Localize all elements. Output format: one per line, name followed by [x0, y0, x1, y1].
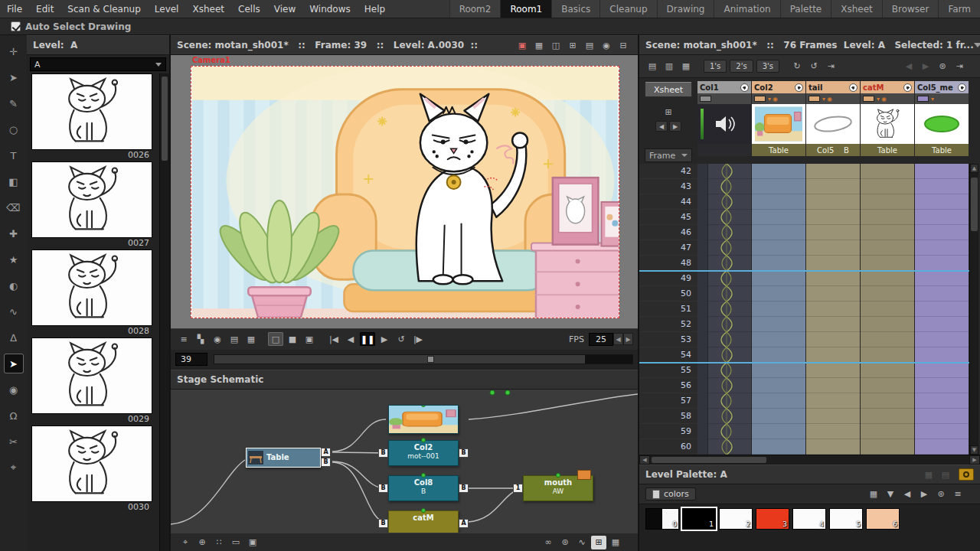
schematic-node-catm[interactable]: catM B A	[388, 510, 459, 533]
column-header-catm[interactable]: catM ▾◉ Table	[861, 81, 914, 162]
output-port-a[interactable]: A	[321, 448, 331, 457]
view-toggle-button[interactable]: ▣	[302, 332, 317, 346]
view-toggle-button[interactable]: □	[268, 332, 283, 346]
playback-button[interactable]: ❚❚	[360, 332, 375, 346]
camera-frame[interactable]	[191, 66, 619, 318]
column-filter-chip[interactable]	[700, 96, 711, 102]
drawing-thumbnail[interactable]	[31, 425, 152, 502]
input-port[interactable]: B	[378, 484, 388, 493]
auto-select-drawing-checkbox[interactable]	[11, 21, 21, 31]
tool-button[interactable]: ★	[4, 249, 24, 269]
room-tab[interactable]: Room1	[500, 0, 551, 18]
frame-number-cell[interactable]: 53	[639, 332, 697, 347]
palette-toolbar-icon[interactable]: ⊛	[933, 487, 949, 501]
room-tab[interactable]: Farm	[938, 0, 980, 18]
menu-item[interactable]: File	[0, 0, 29, 18]
viewer-canvas[interactable]	[191, 67, 619, 318]
tool-button[interactable]: ✎	[4, 93, 24, 113]
column-visibility-toggle[interactable]	[903, 83, 912, 92]
xsheet-body[interactable]: 42434445464748495051525354555657585960 ▲	[639, 164, 980, 455]
room-tab[interactable]: Palette	[780, 0, 831, 18]
xsheet-toolbar-icon[interactable]: ▥	[662, 60, 677, 73]
viewer-toolbar-icon[interactable]: ▦	[243, 332, 259, 346]
column-header-col2[interactable]: Col2 ▾◉ Table	[752, 81, 805, 162]
menu-item[interactable]: Edit	[29, 0, 60, 18]
schematic-toolbar-icon[interactable]: ∿	[574, 536, 590, 549]
frame-number-cell[interactable]: 45	[639, 210, 697, 225]
color-swatch[interactable]: 3	[756, 508, 789, 530]
room-tab[interactable]: Room2	[449, 0, 501, 18]
frame-number-cell[interactable]: 48	[639, 256, 697, 271]
tool-button[interactable]: ⌖	[4, 458, 24, 478]
input-port[interactable]: 1	[513, 484, 523, 493]
tool-button[interactable]: T	[4, 145, 24, 165]
schematic-toolbar-icon[interactable]: ⊕	[194, 536, 210, 549]
xsheet-vertical-scrollbar[interactable]: ▲ ▼	[969, 164, 978, 455]
palette-header[interactable]: Level Palette: A ▦▤	[639, 465, 980, 484]
schematic-toolbar-icon[interactable]: ⊛	[557, 536, 573, 549]
frame-number-cell[interactable]: 60	[639, 439, 697, 455]
menu-item[interactable]: Level	[148, 0, 186, 18]
scrollbar-handle[interactable]	[652, 457, 766, 463]
column-cells-col1[interactable]	[697, 164, 751, 455]
xsheet-horizontal-scrollbar[interactable]: ◀ ▶	[639, 455, 980, 465]
frame-number-cell[interactable]: 47	[639, 240, 697, 256]
tool-button[interactable]: ➤	[4, 67, 24, 87]
room-tab[interactable]: Animation	[714, 0, 779, 18]
palette-toolbar-icon[interactable]: ▼	[883, 487, 898, 501]
palette-toolbar-icon[interactable]: ▦	[866, 487, 881, 501]
viewer-header[interactable]: Scene: motan_sh001* :: Frame: 39 :: Leve…	[171, 35, 638, 55]
column-filter-chip[interactable]	[808, 96, 820, 102]
collapse-icon[interactable]	[974, 43, 980, 47]
palette-toolbar-icon[interactable]: ≡	[950, 487, 965, 501]
drawing-thumbnail[interactable]	[31, 161, 152, 238]
room-tab[interactable]: Xsheet	[831, 0, 882, 18]
xsheet-toolbar-icon[interactable]: ◀	[901, 60, 916, 73]
palette-header-icon[interactable]: ▦	[921, 468, 936, 481]
stage-schematic-canvas[interactable]: Table A B B B Col2 mot--001 B B	[171, 390, 638, 533]
room-tab[interactable]: Cleanup	[599, 0, 656, 18]
xsheet-toolbar-icon[interactable]: ⇥	[952, 60, 967, 73]
color-swatch[interactable]: 5	[829, 508, 863, 530]
playback-button[interactable]: |◀	[326, 332, 341, 346]
schematic-node-image[interactable]: B B	[388, 405, 459, 434]
viewer-header-icon[interactable]: ⊟	[616, 38, 631, 52]
viewer-toolbar-icon[interactable]: ▚	[193, 332, 208, 346]
viewer-header-icon[interactable]: ◉	[599, 38, 614, 52]
xsheet-toolbar-icon[interactable]: ▤	[645, 60, 660, 73]
xsheet-toolbar-icon[interactable]: ↺	[806, 60, 822, 73]
viewer-header-icon[interactable]: ▦	[531, 38, 547, 52]
viewer-toolbar-icon[interactable]: ◉	[210, 332, 225, 346]
color-swatch[interactable]: 1	[682, 508, 716, 530]
column-cells-col5me[interactable]	[915, 164, 969, 455]
scrollbar-handle[interactable]	[162, 77, 168, 161]
output-port[interactable]: A	[459, 519, 469, 528]
level-frame-thumbnail[interactable]: 0027	[31, 161, 152, 249]
frame-number-cell[interactable]: 51	[639, 302, 697, 317]
menu-item[interactable]: Help	[358, 0, 392, 18]
palette-power-button[interactable]	[959, 468, 974, 481]
sound-column-thumbnail[interactable]	[697, 104, 751, 144]
frame-spacing-button[interactable]: 3's	[756, 60, 779, 73]
frame-number-cell[interactable]: 56	[639, 378, 697, 393]
room-tab[interactable]: Drawing	[657, 0, 714, 18]
schematic-toolbar-icon[interactable]: ▣	[245, 536, 260, 549]
menu-item[interactable]: Xsheet	[185, 0, 231, 18]
camstand-icon[interactable]: ◉	[827, 96, 832, 103]
column-cells-tail[interactable]	[806, 164, 860, 455]
camstand-icon[interactable]: ◉	[773, 96, 778, 103]
next-level-icon[interactable]: ▶	[669, 121, 681, 132]
filter-icon[interactable]: ▾	[877, 96, 880, 103]
menu-item[interactable]: Cells	[231, 0, 267, 18]
camstand-icon[interactable]: ◉	[881, 96, 887, 103]
column-filter-chip[interactable]	[917, 96, 929, 102]
level-thumbnail[interactable]	[806, 104, 860, 144]
frame-number-cell[interactable]: 57	[639, 393, 697, 409]
viewer-header-icon[interactable]: ▣	[514, 38, 530, 52]
volume-bar[interactable]	[701, 109, 704, 139]
column-cells-col2[interactable]	[752, 164, 805, 455]
output-port[interactable]: B	[459, 484, 469, 493]
frame-number-cell[interactable]: 58	[639, 409, 697, 424]
xsheet-toolbar-icon[interactable]: ▶	[918, 60, 933, 73]
schematic-toolbar-icon[interactable]: ⊞	[591, 536, 606, 549]
